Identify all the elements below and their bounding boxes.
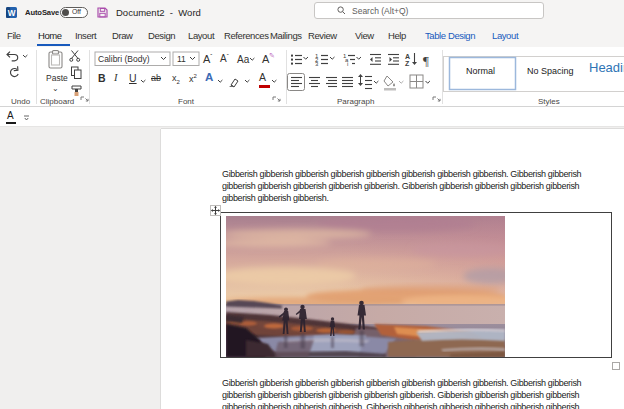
svg-text:3: 3 (315, 61, 319, 67)
svg-text:A: A (405, 53, 410, 60)
svg-text:Z: Z (405, 60, 410, 67)
svg-text:W: W (8, 9, 16, 18)
svg-text:i: i (347, 61, 348, 67)
svg-text:¶: ¶ (423, 53, 429, 68)
